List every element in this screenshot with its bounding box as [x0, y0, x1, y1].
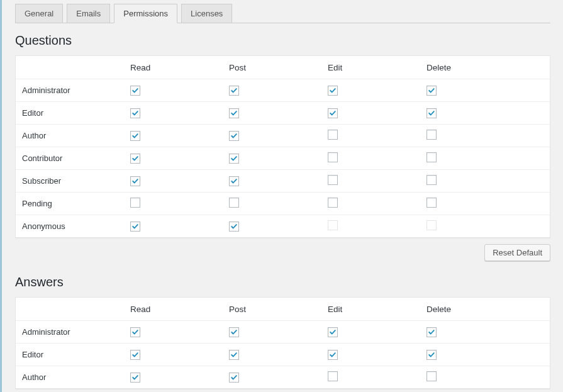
cap-cell [223, 103, 321, 123]
permission-checkbox[interactable] [328, 86, 338, 96]
header-post: Post [223, 300, 321, 319]
checkmark-icon [428, 110, 435, 116]
role-label: Author [16, 367, 124, 387]
checkmark-icon [428, 87, 435, 94]
permission-checkbox[interactable] [426, 198, 437, 208]
cap-cell [223, 367, 321, 388]
cap-cell [223, 216, 321, 237]
tab-permissions[interactable]: Permissions [114, 4, 177, 23]
cap-cell [223, 148, 321, 169]
cap-cell [223, 345, 321, 365]
section-title-questions: Questions [15, 33, 550, 48]
tab-licenses[interactable]: Licenses [181, 4, 232, 23]
permission-checkbox[interactable] [426, 371, 437, 381]
header-role-blank [16, 62, 124, 72]
permission-checkbox[interactable] [328, 198, 338, 208]
permission-checkbox[interactable] [130, 350, 140, 360]
permission-checkbox[interactable] [130, 198, 140, 208]
cap-cell [124, 171, 223, 191]
permission-checkbox[interactable] [426, 108, 437, 118]
permission-checkbox[interactable] [130, 327, 140, 337]
reset-row: Reset Default [15, 244, 550, 261]
cap-cell [420, 125, 519, 147]
role-label: Pending [16, 194, 124, 213]
permission-checkbox[interactable] [130, 86, 140, 96]
permission-checkbox[interactable] [229, 327, 239, 337]
cap-cell [321, 366, 420, 388]
tab-emails[interactable]: Emails [67, 4, 110, 23]
checkmark-icon [132, 155, 138, 162]
header-edit: Edit [321, 58, 420, 77]
permission-checkbox[interactable] [328, 108, 338, 118]
permission-checkbox[interactable] [229, 350, 239, 360]
table-row: Subscriber [16, 169, 550, 192]
cap-cell [223, 171, 321, 191]
permission-checkbox[interactable] [426, 130, 437, 140]
checkmark-icon [231, 87, 237, 94]
permission-checkbox[interactable] [229, 221, 239, 232]
permission-checkbox[interactable] [229, 372, 239, 383]
permission-checkbox[interactable] [130, 108, 140, 118]
permission-checkbox[interactable] [426, 327, 437, 337]
checkmark-icon [231, 374, 237, 381]
checkmark-icon [330, 329, 336, 335]
table-row: Editor [16, 343, 550, 366]
table-row: Contributor [16, 147, 550, 169]
permission-checkbox[interactable] [426, 86, 437, 96]
cap-cell [321, 345, 420, 365]
permissions-table-questions: ReadPostEditDeleteAdministratorEditorAut… [15, 55, 550, 238]
permission-checkbox[interactable] [229, 154, 239, 164]
permission-checkbox[interactable] [229, 198, 239, 208]
permission-checkbox[interactable] [130, 154, 140, 164]
table-row: Administrator [16, 320, 550, 343]
permission-checkbox[interactable] [328, 130, 338, 140]
permission-checkbox[interactable] [328, 152, 338, 162]
table-row: Administrator [16, 79, 550, 101]
permission-checkbox[interactable] [130, 221, 140, 232]
permission-checkbox[interactable] [130, 131, 140, 141]
permission-checkbox[interactable] [229, 176, 239, 186]
permission-checkbox[interactable] [328, 371, 338, 381]
permission-checkbox[interactable] [130, 176, 140, 186]
header-role-blank [16, 304, 124, 314]
permission-checkbox[interactable] [426, 152, 437, 162]
cap-cell [124, 216, 223, 237]
role-label: Anonymous [16, 216, 124, 236]
permission-checkbox[interactable] [130, 372, 140, 383]
permission-checkbox[interactable] [426, 350, 437, 360]
cap-cell [420, 103, 519, 123]
permission-checkbox[interactable] [328, 175, 338, 185]
header-read: Read [124, 58, 223, 77]
table-row: Anonymous [16, 215, 550, 237]
cap-cell [223, 193, 321, 215]
cap-cell [223, 81, 321, 101]
permissions-table-answers: ReadPostEditDeleteAdministratorEditorAut… [15, 297, 550, 389]
permission-checkbox[interactable] [229, 131, 239, 141]
cap-cell [420, 193, 519, 215]
table-row: Pending [16, 192, 550, 215]
cap-cell [420, 147, 519, 169]
section-title-answers: Answers [15, 275, 550, 289]
tab-bar: GeneralEmailsPermissionsLicenses [15, 0, 550, 23]
permission-checkbox[interactable] [229, 86, 239, 96]
permission-checkbox[interactable] [328, 327, 338, 337]
checkmark-icon [132, 329, 138, 335]
checkmark-icon [132, 110, 138, 116]
cap-cell [223, 322, 321, 342]
role-label: Subscriber [16, 171, 124, 191]
permission-checkbox[interactable] [328, 350, 338, 360]
checkmark-icon [132, 352, 138, 358]
header-edit: Edit [321, 300, 420, 319]
table-header: ReadPostEditDelete [16, 298, 550, 320]
cap-cell [321, 125, 420, 147]
permission-checkbox[interactable] [426, 175, 437, 185]
checkmark-icon [231, 155, 237, 162]
checkmark-icon [231, 223, 237, 230]
role-label: Editor [16, 345, 124, 364]
reset-default-button[interactable]: Reset Default [484, 244, 550, 261]
permission-checkbox[interactable] [229, 108, 239, 118]
tab-general[interactable]: General [15, 4, 63, 23]
cap-cell [420, 81, 519, 101]
checkmark-icon [231, 178, 237, 184]
table-row: Editor [16, 101, 550, 124]
